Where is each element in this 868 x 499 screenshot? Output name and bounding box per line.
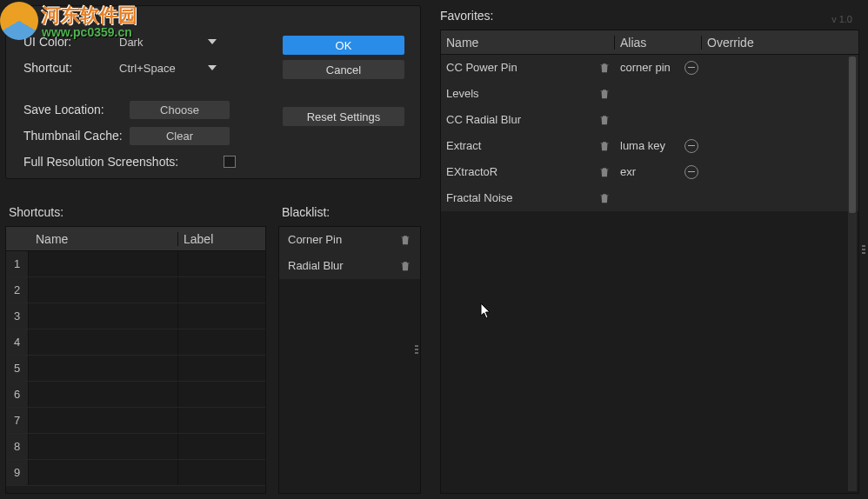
favorites-header: Name Alias Override: [440, 30, 859, 54]
trash-icon[interactable]: [598, 166, 611, 178]
trash-icon[interactable]: [598, 114, 611, 126]
favorites-header-override[interactable]: Override: [702, 36, 858, 50]
shortcuts-body: 123456789: [5, 250, 266, 494]
remove-alias-icon[interactable]: [684, 139, 698, 153]
thumbnail-cache-label: Thumbnail Cache:: [23, 129, 130, 143]
remove-alias-icon[interactable]: [684, 165, 698, 179]
blacklist-item-name: Corner Pin: [288, 233, 399, 246]
shortcut-row[interactable]: 4: [6, 329, 265, 356]
shortcut-row-num: 8: [6, 434, 29, 459]
favorites-body: CC Power Pincorner pinLevelsCC Radial Bl…: [440, 54, 859, 494]
ok-button[interactable]: OK: [283, 36, 404, 55]
clear-button[interactable]: Clear: [130, 127, 230, 145]
cancel-button[interactable]: Cancel: [283, 60, 404, 79]
shortcut-label: Shortcut:: [23, 61, 110, 75]
favorite-name: EXtractoR: [441, 165, 594, 178]
shortcut-row[interactable]: 8: [6, 434, 265, 460]
blacklist-item-name: Radial Blur: [288, 259, 399, 272]
shortcut-row-label[interactable]: [178, 356, 265, 381]
panel-resize-handle[interactable]: [412, 336, 421, 363]
trash-icon[interactable]: [598, 62, 611, 74]
shortcuts-header-label[interactable]: Label: [178, 232, 265, 246]
full-res-checkbox[interactable]: [224, 156, 236, 168]
favorite-name: Levels: [441, 87, 594, 100]
save-location-label: Save Location:: [23, 103, 130, 116]
trash-icon[interactable]: [598, 88, 611, 100]
remove-alias-icon[interactable]: [684, 61, 698, 75]
shortcut-value: Ctrl+Space: [119, 62, 176, 75]
shortcut-row-name[interactable]: [29, 408, 178, 433]
settings-panel: UI Color: Dark Shortcut: Ctrl+Space Save…: [5, 5, 421, 179]
blacklist-row[interactable]: Corner Pin: [279, 227, 420, 253]
shortcut-row[interactable]: 7: [6, 408, 265, 434]
shortcut-row-name[interactable]: [29, 329, 178, 355]
favorites-header-alias[interactable]: Alias: [615, 36, 702, 50]
trash-icon[interactable]: [598, 140, 611, 152]
shortcut-row[interactable]: 9: [6, 460, 265, 486]
blacklist-row[interactable]: Radial Blur: [279, 253, 420, 279]
choose-button[interactable]: Choose: [130, 101, 230, 119]
shortcut-row-num: 7: [6, 408, 29, 433]
reset-settings-button[interactable]: Reset Settings: [283, 107, 404, 126]
shortcuts-header-name[interactable]: Name: [30, 232, 178, 246]
favorite-row[interactable]: EXtractoRexr: [441, 159, 858, 185]
shortcut-dropdown[interactable]: Ctrl+Space: [110, 59, 224, 77]
shortcut-row[interactable]: 2: [6, 277, 265, 303]
shortcut-row[interactable]: 3: [6, 303, 265, 329]
shortcut-row-name[interactable]: [29, 382, 178, 407]
ui-color-dropdown[interactable]: Dark: [110, 33, 224, 50]
favorite-name: CC Power Pin: [441, 61, 594, 74]
favorite-name: Extract: [441, 139, 594, 152]
panel-resize-handle[interactable]: [859, 236, 868, 263]
shortcut-row-num: 9: [6, 460, 29, 485]
trash-icon[interactable]: [399, 260, 411, 272]
shortcut-row-label[interactable]: [178, 329, 265, 355]
blacklist-body: Corner PinRadial Blur: [278, 226, 421, 494]
shortcut-row-name[interactable]: [29, 356, 178, 381]
shortcut-row-name[interactable]: [29, 303, 178, 329]
trash-icon[interactable]: [399, 234, 411, 246]
favorites-title: Favorites:: [440, 9, 859, 23]
shortcut-row-label[interactable]: [178, 434, 265, 459]
favorite-row[interactable]: Levels: [441, 81, 858, 107]
shortcut-row-name[interactable]: [29, 460, 178, 485]
shortcut-row-label[interactable]: [178, 382, 265, 407]
shortcut-row[interactable]: 5: [6, 356, 265, 382]
shortcuts-header: Name Label: [5, 226, 266, 250]
favorite-alias[interactable]: corner pin: [615, 61, 681, 74]
favorite-row[interactable]: Fractal Noise: [441, 185, 858, 211]
shortcut-row-label[interactable]: [178, 408, 265, 433]
ui-color-label: UI Color:: [23, 35, 110, 49]
shortcut-row-label[interactable]: [178, 303, 265, 329]
shortcut-row[interactable]: 1: [6, 251, 265, 277]
shortcut-row-num: 1: [6, 251, 29, 276]
shortcut-row-num: 2: [6, 277, 29, 303]
favorite-name: CC Radial Blur: [441, 113, 594, 126]
shortcut-row-name[interactable]: [29, 434, 178, 459]
full-res-label: Full Resolution Screenshots:: [23, 155, 224, 169]
chevron-down-icon: [208, 65, 217, 70]
shortcut-row-label[interactable]: [178, 251, 265, 276]
scrollbar-thumb[interactable]: [849, 57, 856, 213]
shortcut-row[interactable]: 6: [6, 382, 265, 408]
favorite-alias[interactable]: luma key: [615, 139, 681, 152]
shortcut-row-label[interactable]: [178, 460, 265, 485]
favorite-name: Fractal Noise: [441, 191, 594, 204]
ui-color-value: Dark: [119, 36, 143, 49]
favorite-row[interactable]: CC Power Pincorner pin: [441, 55, 858, 81]
shortcut-row-name[interactable]: [29, 251, 178, 276]
shortcut-row-num: 3: [6, 303, 29, 329]
shortcut-row-label[interactable]: [178, 277, 265, 303]
shortcuts-title: Shortcuts:: [9, 205, 266, 219]
shortcut-row-num: 6: [6, 382, 29, 407]
favorite-row[interactable]: Extractluma key: [441, 133, 858, 159]
shortcut-row-num: 5: [6, 356, 29, 381]
favorites-header-name[interactable]: Name: [441, 36, 615, 50]
favorite-alias[interactable]: exr: [615, 165, 681, 178]
trash-icon[interactable]: [598, 192, 611, 204]
blacklist-title: Blacklist:: [282, 205, 421, 219]
favorite-row[interactable]: CC Radial Blur: [441, 107, 858, 133]
shortcut-row-name[interactable]: [29, 277, 178, 303]
shortcut-row-num: 4: [6, 329, 29, 355]
version-label: v 1.0: [831, 14, 852, 24]
